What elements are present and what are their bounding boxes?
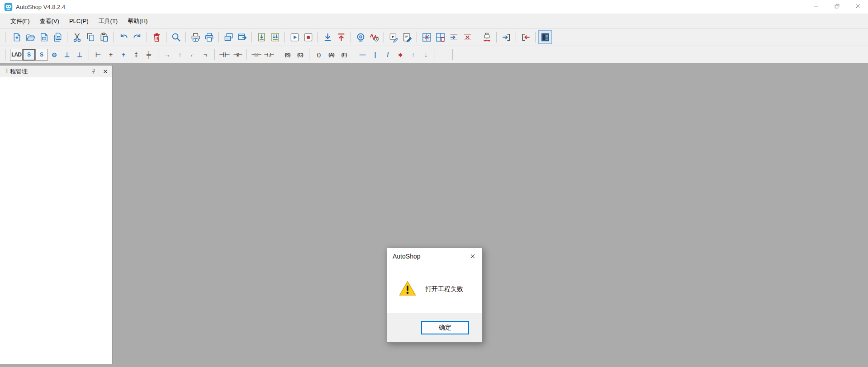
corner-right-up-button[interactable]: ⌐: [186, 49, 199, 61]
save-all-button[interactable]: [51, 30, 64, 44]
run-icon: [289, 32, 300, 42]
pin-icon[interactable]: [90, 67, 98, 75]
delete-row-button[interactable]: [460, 30, 474, 44]
undo-button[interactable]: [117, 30, 130, 44]
sfc-editor-1-button[interactable]: S: [23, 49, 35, 61]
download-button[interactable]: [321, 30, 334, 44]
paste-button[interactable]: [97, 30, 111, 44]
toolbar-separator: [185, 32, 186, 42]
workspace: 工程管理 AutoShop 打开工程失败 确定: [0, 63, 868, 367]
slash-line-button[interactable]: /: [381, 49, 394, 61]
arrow-up-button[interactable]: ↑: [407, 49, 419, 61]
oscilloscope-button[interactable]: [367, 30, 381, 44]
lad-editor-button[interactable]: LAD: [10, 49, 23, 61]
menu-item-file[interactable]: 文件(F): [5, 15, 35, 28]
set-coil-button[interactable]: {S}: [281, 49, 294, 61]
contact-rising-button[interactable]: ⊣↑⊢: [250, 49, 262, 61]
cascade-windows-button[interactable]: [222, 30, 235, 44]
monitor-button[interactable]: [354, 30, 367, 44]
arrow-down-button[interactable]: ↓: [419, 49, 432, 61]
cut-button[interactable]: [70, 30, 84, 44]
branch-up-button[interactable]: ⊥: [73, 49, 86, 61]
toolbar-separator: [309, 49, 309, 60]
edit-mode-button[interactable]: [400, 30, 414, 44]
upload-icon: [336, 32, 346, 42]
dialog-footer: 确定: [387, 313, 482, 342]
soft-element-monitor-icon: [422, 32, 432, 42]
branch-down-button[interactable]: ⊥: [61, 49, 73, 61]
soft-element-monitor-button[interactable]: [420, 30, 433, 44]
main-toolbar: [0, 28, 868, 46]
print-preview-button[interactable]: [189, 30, 202, 44]
message-dialog: AutoShop 打开工程失败 确定: [387, 248, 483, 343]
close-button[interactable]: [847, 0, 868, 14]
minimize-icon: [813, 3, 819, 11]
restore-icon: [834, 3, 840, 11]
node-tool-button[interactable]: ⊖: [48, 49, 61, 61]
line-right-button[interactable]: →: [161, 49, 174, 61]
line-up-button[interactable]: ↑: [174, 49, 186, 61]
compile-button[interactable]: [255, 30, 268, 44]
corner-branch-button[interactable]: ⊢: [92, 49, 104, 61]
v-line-button[interactable]: |: [369, 49, 381, 61]
copy-button[interactable]: [84, 30, 97, 44]
minimize-button[interactable]: [806, 0, 826, 14]
double-cross-button[interactable]: ╪: [142, 49, 155, 61]
cross-add-1-button[interactable]: +: [104, 49, 117, 61]
print-button[interactable]: [202, 30, 216, 44]
toolbar-separator: [351, 32, 351, 42]
device-connection-button[interactable]: [480, 30, 493, 44]
reset-coil-button[interactable]: {C}: [294, 49, 306, 61]
contact-falling-button[interactable]: ⊣↓⊢: [262, 49, 275, 61]
toolbar-separator: [114, 32, 114, 42]
dialog-close-button[interactable]: [463, 248, 482, 264]
menu-item-view[interactable]: 查看(V): [35, 15, 64, 28]
h-line-button[interactable]: —: [356, 49, 369, 61]
title-bar: AutoShop V4.8.2.4: [0, 0, 868, 14]
step-out-button[interactable]: [519, 30, 532, 44]
corner-right-down-button[interactable]: ¬: [199, 49, 212, 61]
new-project-button[interactable]: [10, 30, 24, 44]
step-into-button[interactable]: [499, 30, 513, 44]
contact-closed-button[interactable]: ⊣/⊢: [231, 49, 244, 61]
out-coil-button[interactable]: ( ): [312, 49, 325, 61]
open-project-button[interactable]: [24, 30, 37, 44]
compile-all-button[interactable]: [268, 30, 282, 44]
run-button[interactable]: [288, 30, 301, 44]
app-instruction-button[interactable]: {A}: [325, 49, 337, 61]
upload-button[interactable]: [334, 30, 348, 44]
save-project-button[interactable]: [37, 30, 51, 44]
toolbar-grip[interactable]: [5, 49, 6, 60]
sfc-editor-2-button[interactable]: S: [35, 49, 48, 61]
window-controls: [806, 0, 868, 14]
menu-item-help[interactable]: 帮助(H): [123, 15, 152, 28]
project-tree[interactable]: [0, 77, 112, 364]
contact-open-button[interactable]: ⊣⊢: [218, 49, 231, 61]
toolbar-grip[interactable]: [5, 32, 6, 42]
toolbar-separator: [278, 49, 278, 60]
panel-close-icon[interactable]: [101, 67, 109, 75]
project-manager-panel: 工程管理: [0, 65, 113, 364]
toolbar-separator: [247, 49, 247, 60]
ok-button[interactable]: 确定: [421, 321, 469, 334]
delete-line-button[interactable]: ∗: [394, 49, 407, 61]
toolbar-separator: [516, 32, 516, 42]
simulation-icon: [389, 32, 399, 42]
simulation-button[interactable]: [387, 30, 400, 44]
menu-item-tools[interactable]: 工具(T): [94, 15, 123, 28]
stop-button[interactable]: [301, 30, 315, 44]
menu-item-plc[interactable]: PLC(P): [64, 15, 94, 27]
cross-add-3-button[interactable]: ‡: [130, 49, 142, 61]
find-button[interactable]: [169, 30, 183, 44]
delete-button[interactable]: [150, 30, 163, 44]
insert-row-button[interactable]: [447, 30, 460, 44]
cross-add-2-button[interactable]: +: [117, 49, 130, 61]
func-instruction-button[interactable]: {F}: [337, 49, 350, 61]
stop-icon: [303, 32, 313, 42]
export-window-button[interactable]: [235, 30, 249, 44]
restore-button[interactable]: [826, 0, 847, 14]
panel-toggle-button[interactable]: [538, 30, 552, 44]
toolbar-separator: [535, 32, 536, 42]
redo-button[interactable]: [130, 30, 144, 44]
soft-element-clear-button[interactable]: [433, 30, 447, 44]
